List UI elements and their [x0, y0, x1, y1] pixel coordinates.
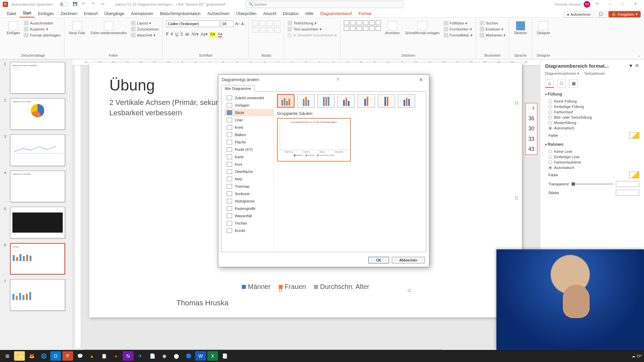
thumb-7[interactable] [10, 279, 65, 311]
radio-keine-fuellung[interactable]: Keine Füllung [545, 99, 639, 104]
app-icon-7[interactable]: 📑 [219, 351, 230, 361]
quick-styles-button[interactable]: Schnellformat-vorlagen [404, 20, 441, 36]
new-slide-button[interactable]: Neue Folie [68, 20, 87, 36]
maximize-icon[interactable]: □ [621, 2, 627, 7]
redo-icon[interactable]: ↷ [92, 2, 97, 7]
word-icon[interactable]: W [195, 351, 206, 361]
chart-type-waterfall[interactable]: Wasserfall [224, 212, 273, 220]
app-icon-3[interactable]: ● [111, 351, 121, 361]
fp-tab-text[interactable]: Textoptionen [584, 71, 605, 76]
tab-diagrammentwurf[interactable]: Diagrammentwurf [317, 10, 355, 17]
sync-icon[interactable]: ⟳ [596, 2, 601, 7]
tab-einfuegen[interactable]: Einfügen [35, 10, 57, 17]
fp-tab-diagramm[interactable]: Diagrammoptionen ▾ [545, 71, 579, 76]
chrome-icon[interactable]: 🌐 [38, 351, 49, 361]
app-icon-5[interactable]: ⬤ [171, 351, 182, 361]
radio-farbverlaufslinie[interactable]: Farbverlaufslinie [545, 160, 639, 165]
fp-size-icon[interactable]: ▦ [569, 79, 578, 88]
decrease-indent-button[interactable] [267, 20, 273, 26]
italic-button[interactable]: K [171, 32, 173, 37]
cancel-button[interactable]: Abbrechen [392, 257, 425, 263]
chart-type-boxplot[interactable]: Kastengrafik [224, 205, 273, 212]
thumb-3[interactable] [10, 134, 65, 166]
shapes-gallery[interactable] [344, 20, 381, 31]
chart-type-sunburst[interactable]: Sunburst [224, 190, 273, 197]
chart-type-funnel[interactable]: Trichter [224, 220, 273, 227]
save-icon[interactable]: 💾 [73, 2, 78, 7]
app-icon-6[interactable]: 🔵 [183, 351, 194, 361]
freigeben-button[interactable]: 🔒 Freigeben ▾ [608, 11, 641, 17]
fp-section-rahmen[interactable]: Rahmen [545, 142, 639, 147]
collapse-ribbon-icon[interactable]: ⌄ [636, 52, 642, 59]
justify-button[interactable] [274, 27, 280, 33]
chart-type-histogram[interactable]: Histogramm [224, 197, 273, 205]
dialog-tab-all[interactable]: Alle Diagramme [221, 85, 255, 92]
ok-button[interactable]: OK [368, 257, 389, 263]
font-size-select[interactable] [221, 20, 234, 27]
subtype-3d-100-stacked[interactable] [378, 94, 395, 108]
subtype-clustered-column[interactable] [277, 94, 294, 108]
designer-button[interactable]: Designer [535, 20, 551, 36]
thumb-5[interactable] [10, 207, 65, 238]
tab-animationen[interactable]: Animationen [127, 10, 157, 17]
fp-section-fuellung[interactable]: Füllung [545, 92, 639, 97]
bullets-button[interactable] [252, 20, 258, 26]
width-input[interactable] [616, 190, 639, 196]
tab-ansicht[interactable]: Ansicht [260, 10, 279, 17]
powerpoint-icon[interactable]: P [62, 351, 73, 361]
radio-bild-textur[interactable]: Bild- oder Texturfüllung [545, 115, 639, 120]
chart-type-surface[interactable]: Oberfläche [224, 168, 273, 175]
subtype-3d-stacked[interactable] [358, 94, 375, 108]
radio-einfarbige-linie[interactable]: Einfarbige Linie [545, 154, 639, 160]
close-icon[interactable]: ✕ [634, 2, 639, 7]
start-button[interactable]: ⊞ [2, 351, 13, 361]
bold-button[interactable]: F [166, 32, 168, 37]
fp-effects-icon[interactable]: ⬠ [557, 79, 566, 88]
dictate-button[interactable]: Diktieren [513, 20, 528, 36]
numbering-button[interactable] [260, 20, 266, 26]
highlight-button[interactable]: A▾ [210, 32, 216, 37]
comments-button[interactable]: 💬 [596, 11, 606, 17]
search-box[interactable]: 🔍 Suchen [246, 1, 403, 8]
underline-button[interactable]: U [175, 32, 178, 37]
dialog-help-icon[interactable]: ? [334, 76, 342, 83]
line-color-button[interactable] [629, 172, 639, 178]
excel-icon[interactable]: X [207, 351, 218, 361]
chart-type-area[interactable]: Fläche [224, 138, 273, 146]
radio-automatisch-line[interactable]: Automatisch [545, 165, 639, 170]
shape-outline-button[interactable]: Formkontur ▾ [444, 26, 473, 32]
tab-uebergaenge[interactable]: Übergänge [101, 10, 127, 17]
thumb-2[interactable]: Diagramm aus Daten [10, 98, 65, 130]
case-button[interactable]: Aa▾ [201, 32, 208, 37]
slideshow-icon[interactable]: ▭ [101, 2, 106, 7]
spacing-button[interactable]: AV▾ [192, 32, 199, 37]
fill-color-button[interactable] [629, 132, 639, 139]
reuse-slides-button[interactable]: Folien wiederverwenden [89, 20, 128, 36]
text-direction-button[interactable]: Textrichtung ▾ [287, 20, 317, 26]
undo-icon[interactable]: ↶ [82, 2, 88, 7]
chart-type-pie[interactable]: Kreis [224, 124, 273, 131]
thumb-6[interactable]: Übung [10, 243, 65, 275]
shape-fill-button[interactable]: Füllfarbe ▾ [444, 20, 473, 26]
cut-button[interactable]: Ausschneiden [24, 20, 60, 26]
format-painter-button[interactable]: Format übertragen [24, 33, 60, 38]
tab-zeichnen[interactable]: Zeichnen [57, 10, 80, 17]
transparency-slider[interactable] [572, 183, 613, 185]
tab-format[interactable]: Format [355, 10, 375, 17]
subtype-100-stacked-column[interactable] [317, 94, 335, 108]
reset-button[interactable]: Zurücksetzen [131, 26, 159, 32]
chart-type-combo[interactable]: Kombi [224, 227, 273, 234]
increase-font-icon[interactable]: A↑ [235, 21, 240, 26]
chart-type-treemap[interactable]: Treemap [224, 183, 273, 190]
section-button[interactable]: Abschnitt ▾ [131, 33, 159, 38]
thumb-4[interactable]: Diagramme einfügen [10, 171, 65, 202]
subtype-stacked-column[interactable] [297, 94, 315, 108]
format-pane-close-icon[interactable]: ✕ [635, 63, 639, 68]
weather-widget[interactable]: ☁ 19° [632, 354, 642, 358]
tab-bildschirm[interactable]: Bildschirmpräsentation [157, 10, 204, 17]
replace-button[interactable]: Ersetzen ▾ [480, 26, 503, 32]
increase-indent-button[interactable] [274, 20, 280, 26]
radio-farbverlauf[interactable]: Farbverlauf [545, 109, 639, 115]
fp-fill-icon[interactable]: ◇ [545, 79, 554, 88]
outlook-icon[interactable]: O [50, 351, 61, 361]
